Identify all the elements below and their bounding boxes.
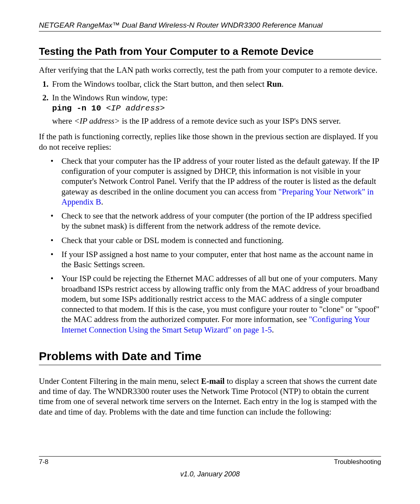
page-footer: 7-8 Troubleshooting xyxy=(39,456,381,466)
bullet-host-name: If your ISP assigned a host name to your… xyxy=(51,249,381,270)
footer-section: Troubleshooting xyxy=(334,458,381,466)
step-2: In the Windows Run window, type: ping -n… xyxy=(51,93,381,126)
date-time-paragraph: Under Content Filtering in the main menu… xyxy=(39,376,381,417)
ping-command: ping -n 10 <IP address> xyxy=(52,103,381,114)
step-2-where: where <IP address> is the IP address of … xyxy=(52,116,381,126)
step-1-text-a: From the Windows toolbar, click the Star… xyxy=(52,79,266,89)
troubleshoot-bullets: Check that your computer has the IP addr… xyxy=(39,156,381,335)
ping-command-arg: <IP address> xyxy=(106,104,165,113)
dt-email: E-mail xyxy=(201,376,225,386)
step-1: From the Windows toolbar, click the Star… xyxy=(51,79,381,89)
dt-a: Under Content Filtering in the main menu… xyxy=(39,376,201,386)
intro-paragraph: After verifying that the LAN path works … xyxy=(39,65,381,75)
step-1-text-c: . xyxy=(282,79,284,89)
where-b: <IP address> xyxy=(74,116,120,126)
ordered-steps: From the Windows toolbar, click the Star… xyxy=(39,79,381,126)
version-line: v1.0, January 2008 xyxy=(0,470,420,478)
after-steps-paragraph: If the path is functioning correctly, re… xyxy=(39,131,381,152)
step-1-run: Run xyxy=(266,79,282,89)
heading-date-time: Problems with Date and Time xyxy=(39,350,381,365)
bullet-network-address: Check to see that the network address of… xyxy=(51,211,381,231)
ping-command-bold: ping -n 10 xyxy=(52,104,106,113)
where-a: where xyxy=(52,116,74,126)
heading-testing-path: Testing the Path from Your Computer to a… xyxy=(39,46,381,60)
bullet-default-gateway: Check that your computer has the IP addr… xyxy=(51,156,381,207)
where-c: is the IP address of a remote device suc… xyxy=(120,116,341,126)
b1-tail: . xyxy=(101,197,103,206)
bullet-mac-address: Your ISP could be rejecting the Ethernet… xyxy=(51,273,381,335)
step-2-text: In the Windows Run window, type: xyxy=(52,93,168,102)
page-number: 7-8 xyxy=(39,458,49,466)
bullet-modem-connected: Check that your cable or DSL modem is co… xyxy=(51,235,381,245)
b5-tail: . xyxy=(272,325,274,334)
running-header: NETGEAR RangeMax™ Dual Band Wireless-N R… xyxy=(39,21,381,32)
